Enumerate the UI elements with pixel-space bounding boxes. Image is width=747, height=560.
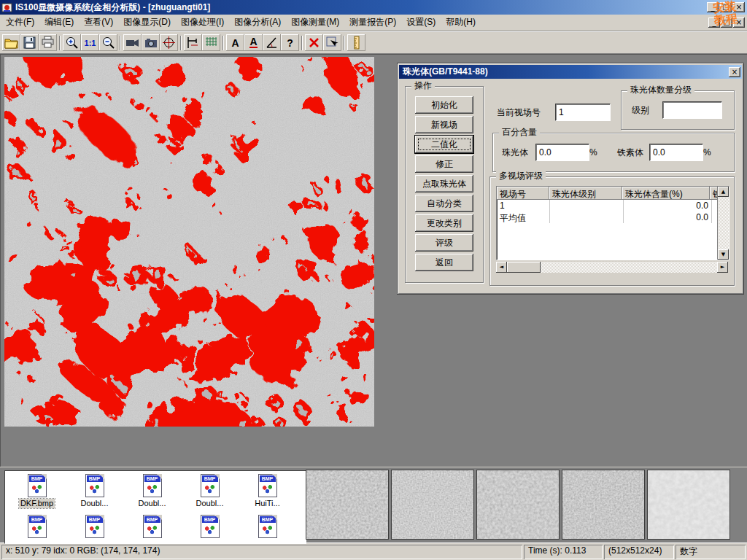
image-preview-dots	[88, 484, 101, 494]
image-thumbnail[interactable]	[477, 470, 559, 539]
mdi-minimize-button[interactable]: _	[708, 18, 720, 28]
measure-grid-button[interactable]	[202, 34, 220, 51]
close-button[interactable]: ×	[733, 2, 745, 12]
percent-group: 百分含量 珠光体 % 铁素体 %	[492, 133, 735, 172]
table-header-1[interactable]: 视场号	[497, 187, 549, 200]
operations-legend: 操作	[411, 81, 435, 90]
table-vertical-scrollbar[interactable]: ▲ ▼	[717, 187, 729, 260]
op-button-4[interactable]: 修正	[415, 155, 473, 173]
menu-image-analysis[interactable]: 图像分析(A)	[229, 15, 286, 31]
scroll-right-button[interactable]: ►	[717, 262, 728, 273]
table-header-row: 视场号珠光体级别珠光体含量(%)铁素体含量(%)	[497, 187, 717, 200]
file-list[interactable]: BMPDKF.bmpBMPDoubl...BMPDoubl...BMPDoubl…	[4, 470, 306, 544]
bmp-file-icon: BMP	[85, 515, 104, 538]
file-item[interactable]: BMPDoubl...	[123, 474, 181, 508]
mdi-close-button[interactable]: ×	[733, 18, 745, 28]
file-item[interactable]: BMPDoubl...	[66, 474, 123, 508]
op-button-3[interactable]: 二值化	[415, 136, 473, 153]
file-item-partial[interactable]: BMP	[123, 515, 181, 538]
op-button-1[interactable]: 初始化	[415, 96, 473, 114]
op-button-8[interactable]: 评级	[415, 234, 473, 252]
op-button-5[interactable]: 点取珠光体	[415, 175, 473, 192]
metallograph-image[interactable]	[4, 57, 374, 427]
menu-image-display[interactable]: 图像显示(D)	[118, 15, 176, 31]
table-header-4[interactable]: 铁素体含量(%)	[710, 187, 717, 200]
capture-target-button[interactable]	[160, 34, 178, 51]
image-thumbnail[interactable]	[648, 470, 729, 539]
text-style-button[interactable]: A	[244, 34, 263, 51]
op-button-9[interactable]: 返回	[415, 254, 473, 271]
minimize-button[interactable]: _	[707, 2, 719, 12]
percent-sign: %	[589, 145, 597, 160]
file-item-partial[interactable]: BMP	[66, 515, 123, 538]
file-item-partial[interactable]: BMP	[239, 515, 296, 538]
target-icon	[161, 35, 177, 50]
videocam-icon	[125, 35, 140, 50]
printer-icon	[40, 35, 55, 50]
op-button-6[interactable]: 自动分类	[415, 195, 473, 212]
image-thumbnail[interactable]	[562, 470, 644, 539]
maximize-button[interactable]: □	[720, 2, 732, 12]
scroll-left-button[interactable]: ◄	[496, 262, 507, 273]
scrollbar-thumb[interactable]	[507, 262, 541, 273]
table-cell: 0.0	[624, 200, 712, 211]
table-header-3[interactable]: 珠光体含量(%)	[622, 187, 710, 200]
bmp-file-icon: BMP	[258, 515, 277, 538]
table-header-2[interactable]: 珠光体级别	[549, 187, 622, 200]
help-button[interactable]: ?	[281, 34, 299, 51]
actual-size-button[interactable]: 1:1	[81, 34, 99, 51]
measure-caliper-button[interactable]	[184, 34, 202, 51]
scrollbar-track[interactable]	[541, 262, 717, 273]
pearlite-dialog: 珠光体(GB/T9441-88) × 操作 初始化新视场二值化修正点取珠光体自动…	[397, 63, 744, 295]
table-body: 10.0平均值0.0	[497, 200, 717, 223]
zoom-in-button[interactable]	[63, 34, 81, 51]
ferrite-percent-field[interactable]	[649, 144, 703, 161]
image-thumbnail[interactable]	[392, 470, 473, 539]
pointer-grid-button[interactable]	[323, 34, 341, 51]
pearlite-percent-field[interactable]	[535, 144, 589, 161]
menu-image-measure[interactable]: 图像测量(M)	[286, 15, 344, 31]
image-thumbnail[interactable]	[306, 470, 388, 539]
dialog-close-button[interactable]: ×	[729, 67, 740, 77]
menu-view[interactable]: 查看(V)	[79, 15, 118, 31]
file-item-partial[interactable]: BMP	[8, 515, 66, 538]
camera-button[interactable]	[142, 34, 160, 51]
text-annotate-button[interactable]: A	[226, 34, 244, 51]
grade-level-field[interactable]	[662, 101, 722, 119]
image-preview-dots	[261, 484, 274, 494]
file-item-partial[interactable]: BMP	[181, 515, 239, 538]
video-capture-button[interactable]	[123, 34, 142, 51]
page-fold	[272, 474, 277, 479]
menu-help[interactable]: 帮助(H)	[441, 15, 481, 31]
menu-file[interactable]: 文件(F)	[1, 15, 39, 31]
zoomout-icon	[101, 35, 116, 50]
table-row[interactable]: 平均值0.0	[497, 211, 717, 223]
bmp-file-icon: BMP	[258, 474, 277, 497]
file-item[interactable]: BMPHuiTi...	[239, 474, 296, 508]
vertical-ruler-button[interactable]	[347, 34, 365, 51]
menu-image-process[interactable]: 图像处理(I)	[176, 15, 229, 31]
dialog-title-bar[interactable]: 珠光体(GB/T9441-88) ×	[399, 65, 742, 79]
zoom-out-button[interactable]	[99, 34, 117, 51]
toolbar: 1:1AA?	[0, 31, 747, 54]
file-item[interactable]: BMPDKF.bmp	[8, 474, 66, 508]
save-button[interactable]	[20, 34, 39, 51]
file-label: Doubl...	[137, 499, 168, 508]
menu-settings[interactable]: 设置(S)	[401, 15, 441, 31]
open-button[interactable]	[2, 34, 20, 51]
op-button-2[interactable]: 新视场	[415, 116, 473, 133]
op-button-7[interactable]: 更改类别	[415, 214, 473, 232]
table-horizontal-scrollbar[interactable]: ◄ ►	[496, 262, 728, 273]
delete-annotation-button[interactable]	[305, 34, 323, 51]
scroll-down-button[interactable]: ▼	[718, 249, 729, 260]
grade-label: 级别	[632, 103, 649, 117]
mdi-restore-button[interactable]: □	[721, 18, 732, 28]
angle-measure-button[interactable]	[263, 34, 281, 51]
file-item[interactable]: BMPDoubl...	[181, 474, 239, 508]
menu-measure-report[interactable]: 测量报告(P)	[344, 15, 401, 31]
print-button[interactable]	[39, 34, 57, 51]
scroll-up-button[interactable]: ▲	[718, 187, 729, 197]
current-view-field[interactable]	[555, 104, 611, 121]
table-row[interactable]: 10.0	[497, 200, 717, 211]
menu-edit[interactable]: 编辑(E)	[39, 15, 79, 31]
